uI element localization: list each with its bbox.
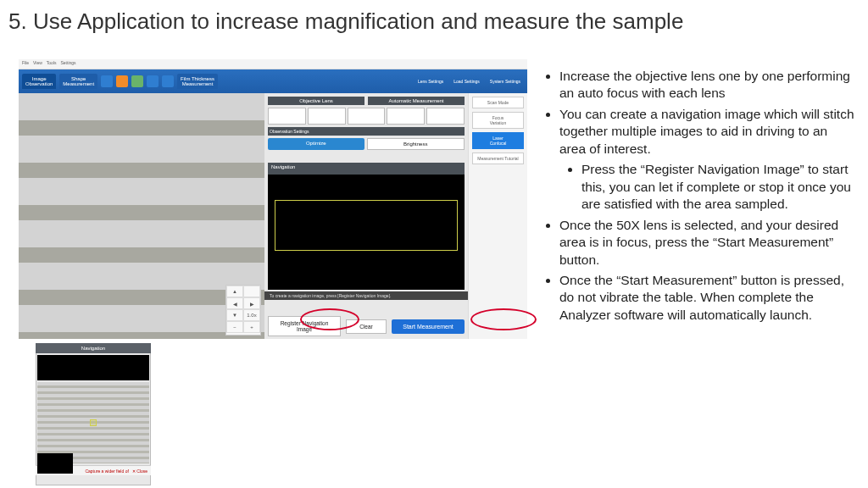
instruction-2: You can create a navigation image which … <box>559 106 856 214</box>
tab-image-observation[interactable]: Image Observation <box>22 74 56 89</box>
inset-black-top <box>37 355 149 380</box>
zoom-minus-icon[interactable]: − <box>226 321 243 333</box>
lens-option-3[interactable] <box>348 108 386 125</box>
observation-settings-header: Observation Settings <box>268 127 465 136</box>
start-measurement-button[interactable]: Start Measurement <box>392 319 465 334</box>
inset-navigation-screenshot: Navigation Capture a wider field of ✕ Cl… <box>36 343 151 485</box>
scan-mode-label: Scan Mode <box>472 97 524 108</box>
instruction-2-text: You can create a navigation image which … <box>559 107 854 156</box>
instructions: Increase the objective lens one by one p… <box>542 68 856 327</box>
ribbon-lens-settings[interactable]: Lens Settings <box>415 79 447 84</box>
navigation-roi[interactable] <box>275 200 458 251</box>
inset-stitched-map[interactable] <box>37 382 149 463</box>
ribbon-system-settings[interactable]: System Settings <box>487 79 524 84</box>
main-screenshot: File View Tools Settings Image Observati… <box>19 59 527 339</box>
inset-cursor-icon[interactable] <box>90 419 97 426</box>
lens-option-2[interactable] <box>308 108 346 125</box>
lens-option-1[interactable] <box>268 108 306 125</box>
header-automatic-measurement: Automatic Measurement <box>368 97 465 105</box>
focus-variation-button[interactable]: Focus Variation <box>472 112 524 129</box>
measurement-tutorial-button[interactable]: Measurement Tutorial <box>472 152 524 164</box>
header-objective-lens: Objective Lens <box>268 97 364 105</box>
instruction-3: Once the 50X lens is selected, and your … <box>559 217 856 269</box>
ribbon: Image Observation Shape Measurement Film… <box>19 69 527 93</box>
lens-selector[interactable] <box>268 108 465 125</box>
ribbon-icon-3[interactable] <box>131 75 143 87</box>
right-rail: Scan Mode Focus Variation Laser Confocal… <box>468 93 527 339</box>
navigation-hint: To create a navigation image, press [Reg… <box>264 291 468 300</box>
register-navigation-image-button[interactable]: Register Navigation Image <box>268 316 341 336</box>
navigation-label: Navigation <box>271 164 295 169</box>
ribbon-icon-5[interactable] <box>162 75 174 87</box>
menu-settings[interactable]: Settings <box>61 60 76 68</box>
slide-title: 5. Use Application to increase magnifica… <box>8 8 683 35</box>
menu-tools[interactable]: Tools <box>47 60 57 68</box>
ribbon-load-settings[interactable]: Load Settings <box>450 79 483 84</box>
zoom-right-icon[interactable]: ▶ <box>243 297 260 309</box>
menubar: File View Tools Settings <box>19 59 527 69</box>
instruction-2a: Press the “Register Navigation Image” to… <box>581 161 856 213</box>
instruction-1: Increase the objective lens one by one p… <box>559 68 856 103</box>
tab-film-thickness[interactable]: Film Thickness Measurement <box>177 74 218 89</box>
zoom-pad[interactable]: ▲ ◀▶ ▼1.0x −+ <box>225 285 261 336</box>
brightness-button[interactable]: Brightness <box>367 138 465 150</box>
menu-view[interactable]: View <box>33 60 42 68</box>
lens-option-4[interactable] <box>387 108 425 125</box>
inset-title: Navigation <box>36 343 151 353</box>
ribbon-icon-1[interactable] <box>101 75 113 87</box>
zoom-up-icon[interactable]: ▲ <box>226 286 243 297</box>
inset-caption: Capture a wider field of <box>85 469 128 474</box>
instruction-4: Once the “Start Measurement” button is p… <box>559 272 856 324</box>
inset-black-corner <box>37 453 73 474</box>
lens-option-5[interactable] <box>426 108 465 125</box>
laser-confocal-button[interactable]: Laser Confocal <box>472 132 524 149</box>
workarea: ▲ ◀▶ ▼1.0x −+ Objective Lens Automatic M… <box>19 93 527 339</box>
inset-close-button[interactable]: ✕ Close <box>132 469 147 474</box>
zoom-blank <box>243 286 260 297</box>
zoom-value: 1.0x <box>243 309 260 321</box>
live-view[interactable]: ▲ ◀▶ ▼1.0x −+ <box>19 93 264 339</box>
zoom-left-icon[interactable]: ◀ <box>226 297 243 309</box>
side-panel: Objective Lens Automatic Measurement Obs… <box>264 93 468 339</box>
zoom-plus-icon[interactable]: + <box>243 321 260 333</box>
optimize-button[interactable]: Optimize <box>268 138 364 150</box>
ribbon-icon-4[interactable] <box>147 75 159 87</box>
menu-file[interactable]: File <box>22 60 29 68</box>
zoom-down-icon[interactable]: ▼ <box>226 309 243 321</box>
navigation-preview[interactable]: Navigation <box>268 163 465 290</box>
ribbon-icon-2[interactable] <box>116 75 128 87</box>
clear-button[interactable]: Clear <box>346 319 387 334</box>
tab-shape-measurement[interactable]: Shape Measurement <box>59 74 97 89</box>
